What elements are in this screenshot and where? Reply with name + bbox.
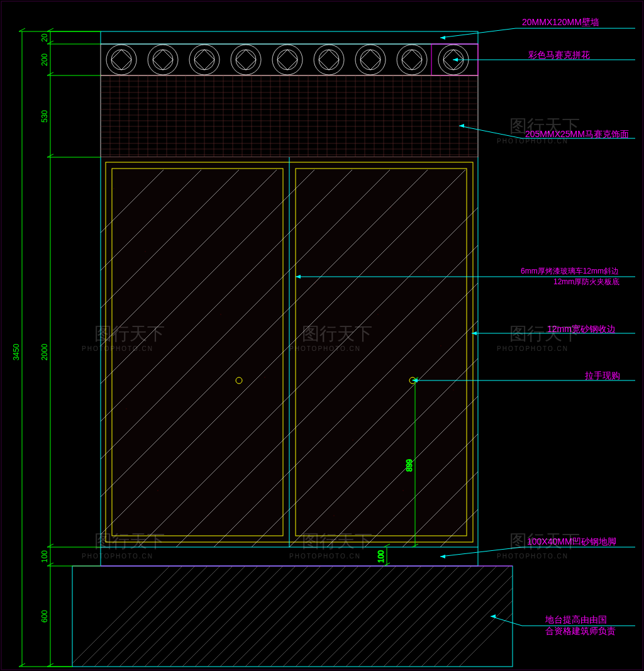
dim-530: 530 [40,110,49,123]
svg-text:图行天下: 图行天下 [302,531,372,551]
annot-top-trim: 20MMX120MM壁墙 [522,17,599,27]
svg-text:PHOTOPHOTO.CN: PHOTOPHOTO.CN [289,345,361,352]
dim-overall: 3450 [12,343,21,360]
svg-text:图行天下: 图行天下 [94,531,165,551]
svg-text:PHOTOPHOTO.CN: PHOTOPHOTO.CN [497,138,569,145]
mosaic-grid-band [101,75,478,157]
svg-text:图行天下: 图行天下 [509,324,580,343]
svg-text:899: 899 [405,459,414,472]
annot-mosaic-pattern: 彩色马赛克拼花 [528,50,590,60]
svg-text:PHOTOPHOTO.CN: PHOTOPHOTO.CN [497,345,569,352]
dim-600: 600 [40,610,49,623]
svg-text:PHOTOPHOTO.CN: PHOTOPHOTO.CN [82,553,153,560]
annot-glass-2: 12mm厚防火夹板底 [553,277,619,286]
svg-text:100: 100 [377,550,386,563]
svg-text:PHOTOPHOTO.CN: PHOTOPHOTO.CN [82,345,153,352]
annot-glass-1: 6mm厚烤漆玻璃车12mm斜边 [521,267,619,275]
door-panels [101,157,478,547]
svg-text:图行天下: 图行天下 [509,531,580,551]
svg-text:图行天下: 图行天下 [94,324,165,343]
dim-20: 20 [40,33,49,42]
annot-handle: 拉手现购 [585,370,620,380]
svg-text:图行天下: 图行天下 [302,324,372,343]
svg-text:PHOTOPHOTO.CN: PHOTOPHOTO.CN [497,553,569,560]
svg-text:图行天下: 图行天下 [509,116,580,136]
cad-elevation-drawing: 3450 20 200 530 2000 100 600 100 899 [0,0,644,671]
dim-100: 100 [40,550,49,563]
annot-platform-2: 合资格建筑师负责 [545,626,616,636]
dim-200: 200 [40,53,49,66]
dim-2000: 2000 [40,343,49,360]
annot-platform-1: 地台提高由由国 [545,614,607,624]
svg-text:PHOTOPHOTO.CN: PHOTOPHOTO.CN [289,553,361,560]
